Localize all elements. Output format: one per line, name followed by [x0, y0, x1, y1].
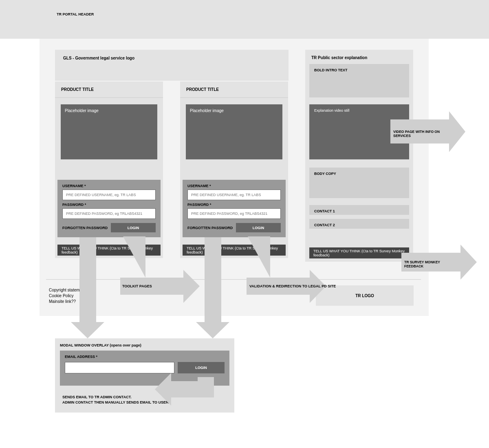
- callout-survey: TR SURVEY MONKEY FEEDBACK: [404, 260, 459, 268]
- callout-video-page: VIDEO PAGE WITH INFO ON SERVICES: [393, 130, 448, 138]
- callout-toolkit: TOOLKIT PAGES: [122, 284, 152, 288]
- flow-arrows: [0, 0, 489, 448]
- callout-validation: VALIDATION & REDIRECTION TO LEGAL PD SIT…: [249, 284, 336, 288]
